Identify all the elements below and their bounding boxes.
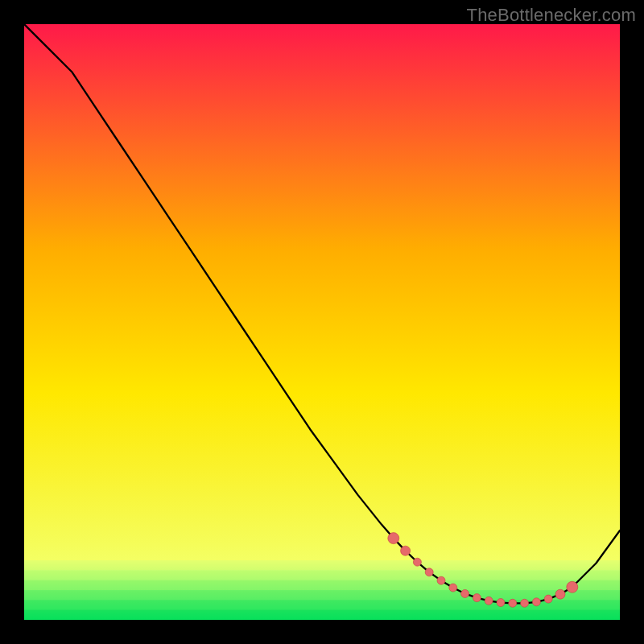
marker-dot <box>509 599 517 607</box>
marker-dot <box>567 581 578 592</box>
marker-dot <box>449 584 457 592</box>
plot-area <box>24 24 620 620</box>
marker-dot <box>461 589 469 597</box>
marker-dot <box>437 576 445 584</box>
svg-rect-0 <box>24 560 620 571</box>
marker-dot <box>521 599 529 607</box>
marker-dot <box>425 568 433 576</box>
chart-svg <box>24 24 620 620</box>
marker-dot <box>473 594 481 602</box>
svg-rect-5 <box>24 610 620 620</box>
svg-rect-4 <box>24 600 620 610</box>
watermark-text: TheBottlenecker.com <box>467 5 636 26</box>
marker-dot <box>544 595 552 603</box>
chart-frame: TheBottlenecker.com <box>0 0 644 644</box>
svg-rect-1 <box>24 570 620 580</box>
marker-dot <box>413 558 421 566</box>
marker-dot <box>401 546 411 555</box>
marker-dot <box>485 597 493 605</box>
gradient-rect <box>24 24 620 620</box>
svg-rect-3 <box>24 590 620 601</box>
marker-dot <box>555 589 565 599</box>
marker-dot <box>532 598 540 606</box>
marker-dot <box>388 533 399 544</box>
bottom-band-group <box>24 560 620 620</box>
svg-rect-2 <box>24 580 620 591</box>
marker-dot <box>497 599 505 607</box>
